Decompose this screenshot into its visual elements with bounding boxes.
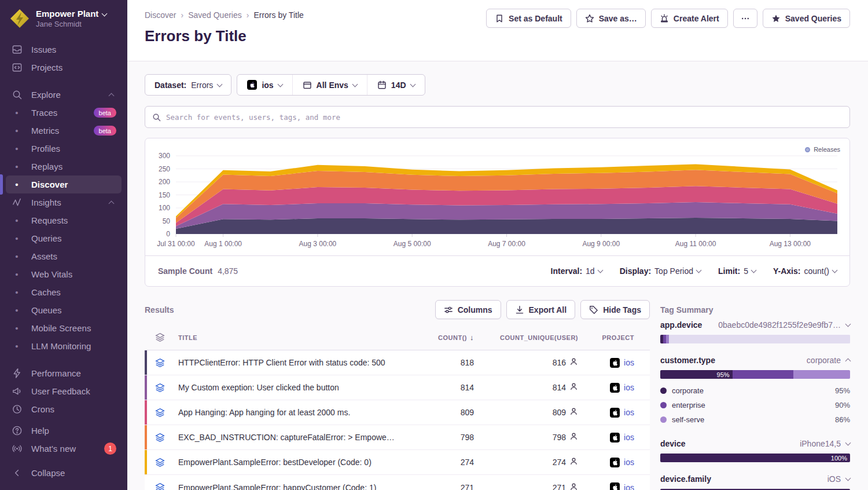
limit-selector[interactable]: Limit: 5 <box>718 266 756 276</box>
environment-filter[interactable]: All Envs <box>292 75 367 95</box>
saved-queries-label: Saved Queries <box>785 14 841 23</box>
bullet-icon: • <box>11 215 23 226</box>
error-title-link[interactable]: EmpowerPlant.SampleError: happyCustomer … <box>175 483 408 490</box>
sidebar-item-performance[interactable]: Performance <box>6 364 122 382</box>
error-title-link[interactable]: My Custom exeption: User clicked the but… <box>175 383 408 392</box>
sidebar-item-what-s-new[interactable]: What's new1 <box>6 440 122 458</box>
hide-tags-button[interactable]: Hide Tags <box>580 300 650 319</box>
breadcrumb-saved-queries[interactable]: Saved Queries <box>188 10 242 20</box>
bullet-icon: • <box>11 143 23 155</box>
project-link[interactable]: ios <box>624 483 634 490</box>
error-title-link[interactable]: EXC_BAD_INSTRUCTION: captureFatalError: … <box>175 433 408 442</box>
sidebar-collapse-button[interactable]: Collapse <box>6 464 122 482</box>
chevron-down-icon <box>832 268 838 273</box>
expand-row-icon[interactable] <box>145 458 175 467</box>
sidebar-item-insights[interactable]: Insights <box>6 193 122 211</box>
sidebar-item-queues[interactable]: •Queues <box>6 301 122 319</box>
save-as-label: Save as… <box>599 14 637 23</box>
sidebar-item-web-vitals[interactable]: •Web Vitals <box>6 265 122 283</box>
column-header-title[interactable]: TITLE <box>175 334 408 341</box>
tag-section-toggle[interactable]: app.device0baebc0de4982f1255f2e9e9fb7… <box>660 320 850 330</box>
sidebar-item-discover[interactable]: •Discover <box>6 175 122 193</box>
releases-legend-label: Releases <box>814 146 840 153</box>
tag-section-toggle[interactable]: deviceiPhone14,5 <box>660 439 850 448</box>
search-input[interactable] <box>166 113 843 122</box>
events-chart[interactable]: 050100150200250300Jul 31 00:00Aug 1 00:0… <box>145 138 849 255</box>
sidebar-item-user-feedback[interactable]: User Feedback <box>6 382 122 400</box>
tag-breakdown-item[interactable]: corporate95% <box>660 383 850 398</box>
project-link[interactable]: ios <box>624 383 634 392</box>
tag-value-label: self-serve <box>672 415 704 424</box>
expand-row-icon[interactable] <box>145 383 175 393</box>
y-axis-selector[interactable]: Y-Axis: count() <box>773 266 837 276</box>
table-row: EmpowerPlant.SampleError: bestDeveloper … <box>145 450 650 475</box>
bullet-icon: • <box>11 125 23 137</box>
overflow-menu-button[interactable] <box>733 9 757 28</box>
expand-row-icon[interactable] <box>145 433 175 443</box>
sidebar-item-label: User Feedback <box>31 386 90 396</box>
date-range-filter[interactable]: 14D <box>367 75 425 95</box>
column-header-project[interactable]: PROJECT <box>582 334 650 341</box>
sidebar-item-replays[interactable]: •Replays <box>6 158 122 175</box>
chart-legend[interactable]: Releases <box>805 146 840 153</box>
sidebar-item-mobile-screens[interactable]: •Mobile Screens <box>6 319 122 337</box>
sidebar-item-issues[interactable]: Issues <box>6 41 122 58</box>
column-header-count-unique[interactable]: COUNT_UNIQUE(USER) <box>477 334 582 341</box>
sidebar-item-llm-monitoring[interactable]: •LLM Monitoring <box>6 337 122 355</box>
expand-row-icon[interactable] <box>145 358 175 368</box>
project-link[interactable]: ios <box>624 408 634 417</box>
sidebar-item-crons[interactable]: Crons <box>6 400 122 418</box>
expand-row-icon[interactable] <box>145 482 175 490</box>
tag-section-toggle[interactable]: customer.typecorporate <box>660 356 850 365</box>
hide-tags-label: Hide Tags <box>603 305 641 315</box>
create-alert-button[interactable]: Create Alert <box>651 9 728 28</box>
error-title-link[interactable]: App Hanging: App hanging for at least 20… <box>175 408 408 417</box>
filter-bar: Dataset: Errors ios All Envs 14D <box>145 74 850 96</box>
project-link[interactable]: ios <box>624 458 634 467</box>
saved-queries-button[interactable]: Saved Queries <box>763 9 850 28</box>
sidebar-item-metrics[interactable]: •Metricsbeta <box>6 122 122 140</box>
sidebar-item-queries[interactable]: •Queries <box>6 229 122 247</box>
org-switcher[interactable]: Empower Plant Jane Schmidt <box>0 8 127 29</box>
tag-section-toggle[interactable]: device.familyiOS <box>660 474 850 484</box>
tag-distribution-bar[interactable]: 95% <box>660 370 850 379</box>
results-actions: Columns Export All Hide Tags <box>435 300 650 319</box>
chevron-down-icon <box>845 440 851 446</box>
project-link[interactable]: ios <box>624 358 634 367</box>
error-title-link[interactable]: HTTPClientError: HTTP Client Error with … <box>175 358 408 367</box>
sidebar-item-traces[interactable]: •Tracesbeta <box>6 104 122 122</box>
sidebar-item-label: LLM Monitoring <box>31 341 91 351</box>
tag-distribution-bar[interactable]: 100% <box>660 454 850 462</box>
tag-breakdown-item[interactable]: self-serve86% <box>660 412 850 427</box>
breadcrumb-discover[interactable]: Discover <box>145 10 176 20</box>
sidebar-item-profiles[interactable]: •Profiles <box>6 140 122 158</box>
sidebar-item-label: Traces <box>31 108 57 118</box>
sidebar-item-explore[interactable]: Explore <box>6 86 122 104</box>
save-as-button[interactable]: Save as… <box>576 9 646 28</box>
sidebar-item-label: Requests <box>31 215 68 225</box>
column-header-count[interactable]: COUNT()↓ <box>408 333 477 342</box>
sidebar-item-caches[interactable]: •Caches <box>6 283 122 301</box>
tag-value-dot-icon <box>660 387 667 394</box>
set-as-default-button[interactable]: Set as Default <box>486 9 571 28</box>
dataset-selector[interactable]: Dataset: Errors <box>145 74 231 96</box>
sidebar-item-assets[interactable]: •Assets <box>6 247 122 265</box>
columns-button[interactable]: Columns <box>435 300 501 319</box>
tag-breakdown-item[interactable]: enterprise90% <box>660 398 850 412</box>
tag-summary-panel: Tag Summary app.device0baebc0de4982f1255… <box>660 300 850 490</box>
bullet-icon: • <box>11 341 23 352</box>
sidebar-item-requests[interactable]: •Requests <box>6 211 122 229</box>
expand-row-icon[interactable] <box>145 408 175 418</box>
export-all-button[interactable]: Export All <box>506 300 576 319</box>
error-title-link[interactable]: EmpowerPlant.SampleError: bestDeveloper … <box>175 458 408 467</box>
interval-selector[interactable]: Interval: 1d <box>551 266 602 276</box>
project-link[interactable]: ios <box>624 433 634 442</box>
header-actions: Set as Default Save as… Create Alert Sav… <box>486 9 850 28</box>
tag-distribution-bar[interactable] <box>660 335 850 343</box>
project-filter[interactable]: ios <box>237 75 292 95</box>
sidebar-item-help[interactable]: Help <box>6 422 122 440</box>
series-color-bar <box>145 425 147 449</box>
sidebar-item-projects[interactable]: Projects <box>6 58 122 76</box>
beta-badge: beta <box>94 126 116 136</box>
display-selector[interactable]: Display: Top Period <box>620 266 701 276</box>
